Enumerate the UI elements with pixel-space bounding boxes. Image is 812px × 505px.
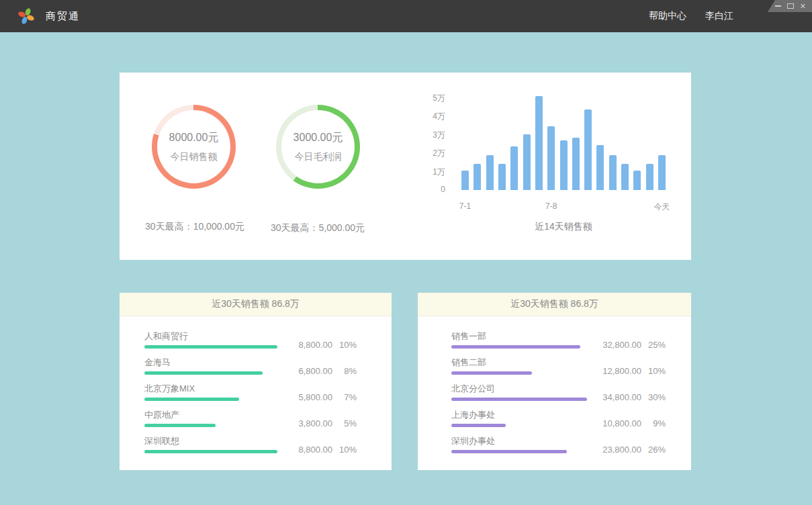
ranking-row: 人和商贸行8,800.0010% <box>144 331 357 357</box>
chart-bar <box>461 171 469 190</box>
ranking-row-bar <box>451 450 567 453</box>
today-sales-label: 今日销售额 <box>171 151 218 163</box>
today-profit-label: 今日毛利润 <box>295 151 342 163</box>
ranking-row-amount: 8,800.00 <box>283 445 332 455</box>
today-sales-value: 8000.00元 <box>169 131 219 145</box>
ranking-row: 北京万象MIX5,800.007% <box>144 383 357 410</box>
ranking-row-amount: 23,800.00 <box>592 445 641 455</box>
ranking-row-percent: 7% <box>332 392 357 402</box>
ranking-row-amount: 10,800.00 <box>592 418 641 428</box>
chart-bar <box>584 109 592 190</box>
y-tick-label: 3万 <box>408 130 445 141</box>
ranking-row-percent: 25% <box>641 340 666 350</box>
y-tick-label: 4万 <box>408 111 445 122</box>
chart-bar <box>510 146 518 190</box>
ranking-row-amount: 8,800.00 <box>283 340 332 350</box>
customer-ranking-rows: 人和商贸行8,800.0010%金海马6,800.008%北京万象MIX5,80… <box>120 316 392 462</box>
maximize-icon[interactable] <box>787 3 794 9</box>
user-menu[interactable]: 李白江 <box>705 10 733 22</box>
app-logo-pinwheel-icon <box>16 6 36 26</box>
bar-chart-bars <box>461 97 666 190</box>
ranking-row-percent: 10% <box>641 366 666 376</box>
ranking-row-percent: 30% <box>641 392 666 402</box>
ranking-row-values: 6,800.008% <box>283 366 357 376</box>
ranking-row: 金海马6,800.008% <box>144 357 357 383</box>
today-profit-30d-max: 30天最高：5,000.00元 <box>244 222 392 234</box>
chart-bar <box>572 138 580 190</box>
chart-bar <box>646 164 653 190</box>
ranking-row-bar <box>451 398 587 401</box>
ranking-row-bar <box>451 371 532 375</box>
bar-chart-xaxis: 7-17-8今天 <box>461 201 666 212</box>
today-profit-donut-center: 3000.00元 今日毛利润 <box>281 110 355 183</box>
chart-bar <box>547 126 555 190</box>
chart-bar <box>596 145 604 190</box>
today-profit-donut: 3000.00元 今日毛利润 <box>276 105 360 189</box>
department-ranking-card: 近30天销售额 86.8万 销售一部32,800.0025%销售二部12,800… <box>418 293 691 470</box>
ranking-row-values: 8,800.0010% <box>283 445 357 455</box>
y-tick-label: 0 <box>408 185 445 194</box>
ranking-row-amount: 6,800.00 <box>283 366 332 376</box>
bar-chart-yaxis: 5万4万3万2万1万0 <box>408 73 445 207</box>
chart-bar <box>486 155 494 190</box>
ranking-row-values: 3,800.005% <box>283 418 357 428</box>
ranking-row-values: 23,800.0026% <box>592 445 666 455</box>
today-sales-donut-center: 8000.00元 今日销售额 <box>157 110 230 183</box>
chart-bar <box>523 134 531 190</box>
customer-ranking-card: 近30天销售额 86.8万 人和商贸行8,800.0010%金海马6,800.0… <box>120 293 392 470</box>
y-tick-label: 5万 <box>408 93 445 104</box>
ranking-row-percent: 10% <box>332 340 357 350</box>
chart-bar <box>535 96 543 190</box>
ranking-row-bar <box>144 345 277 349</box>
ranking-row-values: 12,800.0010% <box>592 366 666 376</box>
ranking-row-percent: 10% <box>332 445 357 455</box>
ranking-row-percent: 5% <box>332 418 357 428</box>
ranking-row-bar <box>144 424 216 427</box>
ranking-row-bar <box>144 371 263 375</box>
department-ranking-title: 近30天销售额 86.8万 <box>418 293 691 316</box>
titlebar: 商贸通 帮助中心 李白江 ✕ <box>0 0 812 32</box>
ranking-row: 北京分公司34,800.0030% <box>451 383 666 410</box>
bar-chart-caption: 近14天销售额 <box>461 221 666 233</box>
ranking-row-values: 8,800.0010% <box>283 340 357 350</box>
department-ranking-rows: 销售一部32,800.0025%销售二部12,800.0010%北京分公司34,… <box>418 316 691 462</box>
app-title: 商贸通 <box>46 10 80 23</box>
help-center-link[interactable]: 帮助中心 <box>649 10 686 22</box>
ranking-row-values: 32,800.0025% <box>592 340 666 350</box>
x-tick-label: 7-1 <box>459 201 471 211</box>
ranking-row-bar <box>144 398 239 401</box>
ranking-row: 销售一部32,800.0025% <box>451 331 666 357</box>
ranking-row-values: 5,800.007% <box>283 392 357 402</box>
ranking-row-amount: 5,800.00 <box>283 392 332 402</box>
y-tick-label: 1万 <box>408 167 445 178</box>
chart-bar <box>498 164 506 190</box>
ranking-row-values: 34,800.0030% <box>592 392 666 402</box>
ranking-row: 销售二部12,800.0010% <box>451 357 666 383</box>
ranking-row: 深圳办事处23,800.0026% <box>451 436 666 462</box>
today-sales-donut: 8000.00元 今日销售额 <box>152 105 236 189</box>
ranking-row-amount: 32,800.00 <box>592 340 641 350</box>
ranking-row-percent: 26% <box>641 445 666 455</box>
x-tick-label: 今天 <box>654 201 670 213</box>
chart-bar <box>633 171 641 190</box>
ranking-row-bar <box>144 450 277 453</box>
ranking-row-amount: 12,800.00 <box>592 366 641 376</box>
overview-card: 8000.00元 今日销售额 30天最高：10,000.00元 3000.00元… <box>120 73 691 260</box>
ranking-row: 深圳联想8,800.0010% <box>144 436 357 462</box>
window-controls: ✕ <box>768 0 812 12</box>
close-icon[interactable]: ✕ <box>800 3 806 10</box>
ranking-row-percent: 8% <box>332 366 357 376</box>
chart-bar <box>473 164 481 190</box>
ranking-row-bar <box>451 424 506 427</box>
chart-bar <box>621 164 629 190</box>
ranking-row: 中原地产3,800.005% <box>144 410 357 436</box>
customer-ranking-title: 近30天销售额 86.8万 <box>120 293 392 316</box>
minimize-icon[interactable] <box>775 5 781 7</box>
x-tick-label: 7-8 <box>545 201 557 211</box>
chart-bar <box>609 155 617 190</box>
ranking-row-bar <box>451 345 580 349</box>
chart-bar <box>658 155 666 190</box>
ranking-row: 上海办事处10,800.009% <box>451 410 666 436</box>
ranking-row-amount: 34,800.00 <box>592 392 641 402</box>
ranking-row-percent: 9% <box>641 418 666 428</box>
